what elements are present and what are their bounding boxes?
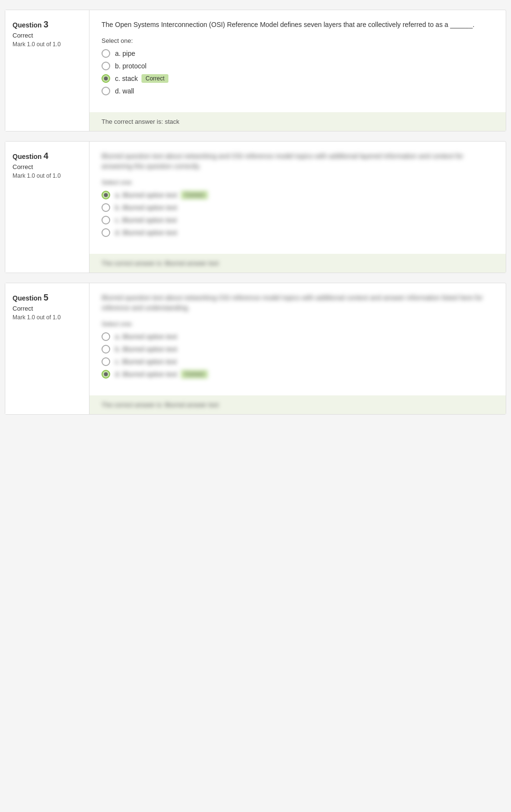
correct-answer-text-3: The correct answer is: stack — [102, 118, 179, 125]
question-block-4: Question 4 Correct Mark 1.0 out of 1.0 B… — [5, 141, 506, 273]
correct-answer-3: The correct answer is: stack — [89, 112, 506, 131]
option-radio-d-3 — [102, 87, 110, 95]
select-label-3: Select one: — [102, 37, 494, 44]
question-text-5: Blurred question text about networking O… — [102, 293, 494, 313]
radio-inner-c-3 — [104, 77, 108, 80]
question-content-3: The Open Systems Interconnection (OSI) R… — [89, 10, 506, 112]
question-text-3: The Open Systems Interconnection (OSI) R… — [102, 20, 494, 30]
option-radio-c-5 — [102, 357, 110, 366]
select-label-5: Select one: — [102, 320, 494, 327]
option-text-d-5: d. Blurred option text — [115, 370, 177, 378]
question-number-5: Question 5 — [13, 293, 82, 303]
option-a-3: a. pipe — [102, 49, 494, 58]
page: Question 3 Correct Mark 1.0 out of 1.0 T… — [0, 0, 511, 812]
options-list-5: a. Blurred option text b. Blurred option… — [102, 332, 494, 379]
question-text-4: Blurred question text about networking a… — [102, 151, 494, 171]
question-mark-4: Mark 1.0 out of 1.0 — [13, 172, 82, 179]
option-text-b-4: b. Blurred option text — [115, 204, 177, 211]
correct-badge-c-3: Correct — [141, 74, 168, 83]
option-text-a-4: a. Blurred option text — [115, 191, 177, 199]
correct-answer-text-4: The correct answer is: Blurred answer te… — [102, 260, 218, 267]
correct-badge-a-4: Correct — [181, 191, 207, 199]
question-status-3: Correct — [13, 32, 82, 39]
option-text-d-4: d. Blurred option text — [115, 229, 177, 236]
correct-answer-4: The correct answer is: Blurred answer te… — [89, 254, 506, 273]
option-radio-b-4 — [102, 203, 110, 212]
option-radio-b-5 — [102, 345, 110, 354]
radio-inner-d-5 — [104, 372, 108, 376]
option-radio-d-5 — [102, 370, 110, 379]
option-radio-a-5 — [102, 332, 110, 341]
option-b-4: b. Blurred option text — [102, 203, 494, 212]
option-text-d-3: d. wall — [115, 87, 134, 95]
radio-inner-a-4 — [104, 193, 108, 197]
option-d-4: d. Blurred option text — [102, 228, 494, 237]
option-c-3: c. stack Correct — [102, 74, 494, 83]
question-content-5: Blurred question text about networking O… — [89, 283, 506, 395]
option-radio-b-3 — [102, 62, 110, 70]
option-b-3: b. protocol — [102, 62, 494, 70]
option-radio-c-3 — [102, 74, 110, 83]
correct-answer-5: The correct answer is: Blurred answer te… — [89, 395, 506, 414]
option-b-5: b. Blurred option text — [102, 345, 494, 354]
option-text-b-3: b. protocol — [115, 62, 146, 70]
option-text-c-3: c. stack — [115, 75, 138, 82]
options-list-3: a. pipe b. protocol c. stack Correct — [102, 49, 494, 95]
option-c-5: c. Blurred option text — [102, 357, 494, 366]
option-text-b-5: b. Blurred option text — [115, 345, 177, 353]
options-list-4: a. Blurred option text Correct b. Blurre… — [102, 191, 494, 237]
option-radio-c-4 — [102, 216, 110, 224]
question-content-4: Blurred question text about networking a… — [89, 142, 506, 254]
option-text-c-4: c. Blurred option text — [115, 216, 177, 224]
select-label-4: Select one: — [102, 179, 494, 186]
question-number-3: Question 3 — [13, 20, 82, 30]
option-radio-d-4 — [102, 228, 110, 237]
question-sidebar-4: Question 4 Correct Mark 1.0 out of 1.0 — [5, 142, 89, 273]
question-mark-3: Mark 1.0 out of 1.0 — [13, 41, 82, 48]
question-block-5: Question 5 Correct Mark 1.0 out of 1.0 B… — [5, 283, 506, 415]
option-text-c-5: c. Blurred option text — [115, 358, 177, 366]
question-number-4: Question 4 — [13, 151, 82, 161]
option-text-a-5: a. Blurred option text — [115, 333, 177, 341]
option-c-4: c. Blurred option text — [102, 216, 494, 224]
question-status-5: Correct — [13, 305, 82, 312]
option-a-4: a. Blurred option text Correct — [102, 191, 494, 199]
correct-answer-text-5: The correct answer is: Blurred answer te… — [102, 401, 218, 408]
option-text-a-3: a. pipe — [115, 50, 135, 57]
option-a-5: a. Blurred option text — [102, 332, 494, 341]
option-radio-a-4 — [102, 191, 110, 199]
option-d-5: d. Blurred option text Correct — [102, 370, 494, 379]
question-sidebar-3: Question 3 Correct Mark 1.0 out of 1.0 — [5, 10, 89, 131]
question-mark-5: Mark 1.0 out of 1.0 — [13, 314, 82, 321]
option-d-3: d. wall — [102, 87, 494, 95]
question-status-4: Correct — [13, 163, 82, 170]
question-block-3: Question 3 Correct Mark 1.0 out of 1.0 T… — [5, 10, 506, 131]
question-sidebar-5: Question 5 Correct Mark 1.0 out of 1.0 — [5, 283, 89, 414]
correct-badge-d-5: Correct — [181, 370, 207, 379]
option-radio-a-3 — [102, 49, 110, 58]
